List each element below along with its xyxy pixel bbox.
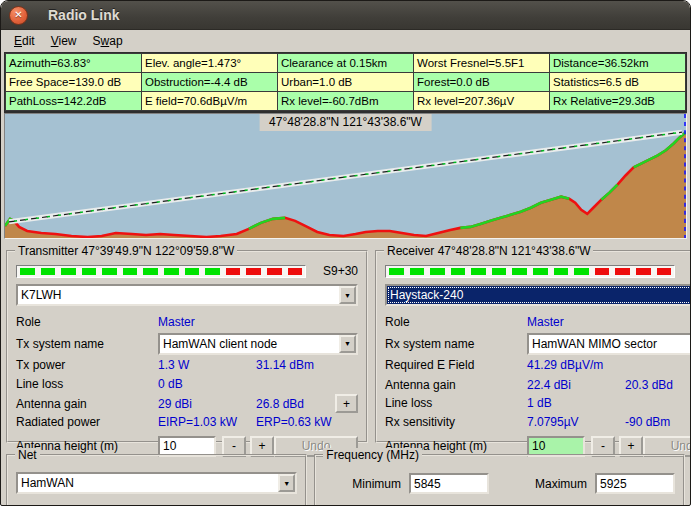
transmitter-panel-title: Transmitter 47°39'49.9"N 122°09'59.8"W [15,244,237,258]
radio-link-window: ✕ Radio Link EditViewSwap Azimuth=63.83°… [0,0,691,506]
signal-meter [16,265,306,278]
net-value: HamWAN [18,474,278,492]
rx-sensitivity-dbm: -90 dBm [625,415,691,429]
transmitter-panel: Transmitter 47°39'49.9"N 122°09'59.8"W S… [6,250,368,443]
rx-gain-dbd: 20.3 dBd [625,378,691,392]
net-panel-title: Net [15,448,40,462]
meter-segment-red [636,268,651,275]
close-button[interactable]: ✕ [9,6,28,25]
rx-role-label: Role [385,315,527,329]
summary-cell: Urban=1.0 dB [278,73,414,92]
menu-view[interactable]: View [43,31,85,52]
rx-meter-row: S9+30 [385,264,691,278]
summary-cell: Rx level=207.36µV [414,92,550,111]
tx-system-combo[interactable]: HamWAN client node ▼ [158,333,358,355]
tx-line-loss-label: Line loss [16,377,158,391]
meter-segment-green [389,268,404,275]
frequency-maximum-input[interactable] [595,473,675,494]
meter-segment-green [451,268,466,275]
tx-role-value: Master [158,315,256,329]
tx-power-dbm: 31.14 dBm [256,358,332,372]
dropdown-arrow-icon[interactable]: ▼ [339,335,356,353]
terrain-profile-chart[interactable]: 47°48'28.8"N 121°43'38.6"W [4,113,687,239]
rx-line-loss-value: 1 dB [527,396,625,410]
rx-antenna-gain-label: Antenna gain [385,378,527,392]
tx-system-label: Tx system name [16,337,158,351]
rx-form: Role Master Rx system name HamWAN MIMO s… [385,313,691,458]
meter-segment-green [185,268,200,275]
rx-sensitivity-uv: 7.0795µV [527,415,625,429]
rx-unit-combo[interactable]: Haystack-240 ▼ [385,284,691,306]
frequency-minimum-input[interactable] [409,473,489,494]
signal-meter [385,265,675,278]
close-icon: ✕ [14,10,22,20]
frequency-panel-title: Frequency (MHz) [323,448,422,462]
rx-unit-value: Haystack-240 [387,286,691,304]
meter-segment-green [82,268,97,275]
meter-segment-green [143,268,158,275]
tx-signal-scale-label: S9+30 [316,264,358,278]
meter-segment-green [410,268,425,275]
summary-cell: Statistics=6.5 dB [550,73,686,92]
rx-required-efield-value: 41.29 dBµV/m [527,358,625,372]
meter-segment-red [288,268,303,275]
summary-cell: Elev. angle=1.473° [142,54,278,73]
meter-segment-green [492,268,507,275]
dropdown-arrow-icon[interactable]: ▼ [339,286,356,304]
meter-segment-green [430,268,445,275]
rx-role-value: Master [527,315,625,329]
summary-cell: Worst Fresnel=5.5F1 [414,54,550,73]
net-panel: Net HamWAN ▼ [6,454,307,506]
rx-system-label: Rx system name [385,337,527,351]
frequency-panel: Frequency (MHz) Minimum Maximum [314,454,685,506]
rx-line-loss-label: Line loss [385,396,527,410]
meter-segment-red [615,268,630,275]
station-panels: Transmitter 47°39'49.9"N 122°09'59.8"W S… [1,239,690,443]
tx-power-watts: 1.3 W [158,358,256,372]
meter-segment-red [657,268,672,275]
summary-cell: Clearance at 0.15km [278,54,414,73]
meter-segment-green [205,268,220,275]
meter-segment-green [102,268,117,275]
tx-role-label: Role [16,315,158,329]
receiver-panel-title: Receiver 47°48'28.8"N 121°43'38.6"W [384,244,593,258]
meter-segment-green [61,268,76,275]
rx-gain-dbi: 22.4 dBi [527,378,625,392]
summary-cell: Distance=36.52km [550,54,686,73]
meter-segment-red [595,268,610,275]
tx-antenna-gain-label: Antenna gain [16,397,158,411]
tx-unit-combo[interactable]: K7LWH ▼ [16,284,358,306]
frequency-maximum-label: Maximum [535,477,587,491]
meter-segment-green [554,268,569,275]
rx-system-combo[interactable]: HamWAN MIMO sector ▼ [527,333,691,355]
summary-cell: E field=70.6dBµV/m [142,92,278,111]
dropdown-arrow-icon[interactable]: ▼ [278,474,295,492]
tx-antenna-gain-plus-button[interactable]: + [335,394,358,413]
tx-line-loss-value: 0 dB [158,377,256,391]
menu-edit[interactable]: Edit [6,31,43,52]
meter-segment-green [41,268,56,275]
title-bar: ✕ Radio Link [1,1,690,30]
tx-form: Role Master Tx system name HamWAN client… [16,313,358,458]
meter-segment-green [471,268,486,275]
tx-eirp-value: EIRP=1.03 kW [158,415,256,429]
meter-segment-red [267,268,282,275]
meter-segment-green [574,268,589,275]
meter-segment-green [123,268,138,275]
tx-power-label: Tx power [16,358,158,372]
rx-required-efield-label: Required E Field [385,358,527,372]
rx-signal-scale-label: S9+30 [685,264,691,278]
summary-table-body: Azimuth=63.83°Elev. angle=1.473°Clearanc… [6,54,686,111]
tx-erp-value: ERP=0.63 kW [256,415,332,429]
summary-cell: Azimuth=63.83° [6,54,142,73]
window-title: Radio Link [48,7,120,23]
receiver-panel: Receiver 47°48'28.8"N 121°43'38.6"W S9+3… [375,250,691,443]
frequency-minimum-label: Minimum [352,477,401,491]
menu-swap[interactable]: Swap [85,31,131,52]
summary-cell: Obstruction=-4.4 dB [142,73,278,92]
tx-radiated-power-label: Radiated power [16,415,158,429]
net-combo[interactable]: HamWAN ▼ [16,472,297,494]
meter-segment-green [20,268,35,275]
tx-gain-dbi: 29 dBi [158,397,256,411]
rx-system-value: HamWAN MIMO sector [529,335,691,353]
